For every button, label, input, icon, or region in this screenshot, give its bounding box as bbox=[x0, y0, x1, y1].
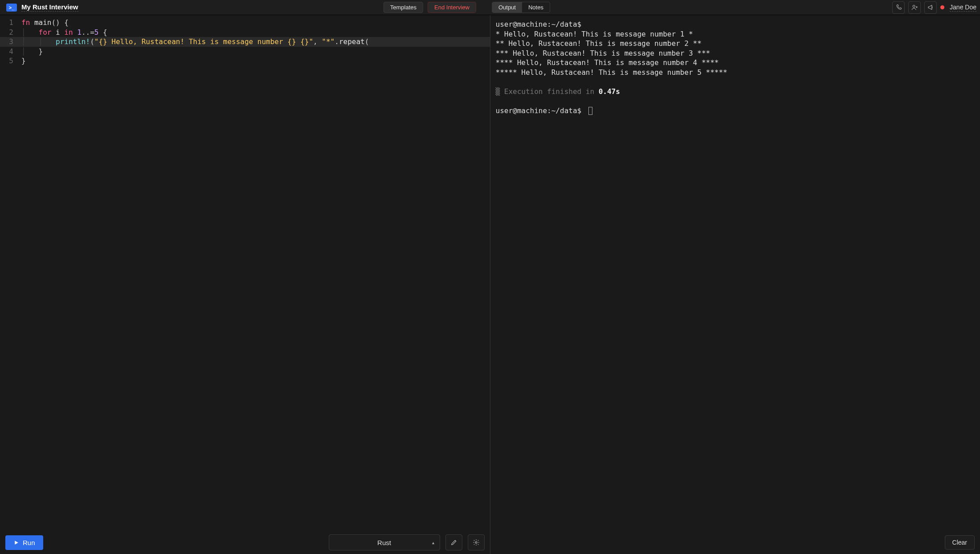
tab-output[interactable]: Output bbox=[492, 2, 522, 12]
terminal-cursor bbox=[588, 107, 592, 115]
editor-line[interactable]: 1fn main() { bbox=[0, 18, 490, 28]
settings-button[interactable] bbox=[468, 534, 485, 550]
editor-line[interactable]: 2│ for i in 1..=5 { bbox=[0, 28, 490, 37]
clear-button[interactable]: Clear bbox=[945, 535, 975, 550]
call-button[interactable] bbox=[892, 1, 905, 14]
recording-indicator-icon bbox=[940, 5, 944, 9]
run-button-label: Run bbox=[23, 539, 35, 546]
run-button[interactable]: Run bbox=[5, 535, 43, 550]
terminal-bottombar: Clear bbox=[490, 531, 980, 554]
editor-line[interactable]: 4│ } bbox=[0, 47, 490, 57]
line-number: 1 bbox=[0, 18, 18, 28]
code-content: } bbox=[18, 56, 26, 66]
gear-icon bbox=[473, 539, 480, 546]
line-number: 2 bbox=[0, 28, 18, 37]
code-content: │ } bbox=[18, 47, 43, 57]
end-interview-button[interactable]: End Interview bbox=[428, 2, 476, 13]
line-number: 3 bbox=[0, 37, 18, 47]
megaphone-icon bbox=[927, 4, 934, 11]
output-pane: user@machine:~/data$ * Hello, Rustacean!… bbox=[490, 15, 980, 531]
topbar: >_ My Rust Interview Templates End Inter… bbox=[0, 0, 980, 15]
code-content: │ │ println!("{} Hello, Rustacean! This … bbox=[18, 37, 369, 47]
interview-title[interactable]: My Rust Interview bbox=[21, 3, 78, 12]
topbar-right: Jane Doe bbox=[892, 1, 976, 14]
play-icon bbox=[13, 540, 19, 546]
main-split: 1fn main() {2│ for i in 1..=5 {3│ │ prin… bbox=[0, 15, 980, 531]
bottom-bars: Run Rust ▴ Clear bbox=[0, 531, 980, 554]
line-number: 4 bbox=[0, 47, 18, 57]
templates-button[interactable]: Templates bbox=[384, 2, 423, 13]
svg-point-0 bbox=[913, 5, 915, 8]
language-select-label: Rust bbox=[377, 539, 391, 546]
terminal-output[interactable]: user@machine:~/data$ * Hello, Rustacean!… bbox=[490, 15, 980, 531]
editor-pane: 1fn main() {2│ for i in 1..=5 {3│ │ prin… bbox=[0, 15, 490, 531]
editor-line[interactable]: 3│ │ println!("{} Hello, Rustacean! This… bbox=[0, 37, 490, 47]
language-select[interactable]: Rust ▴ bbox=[329, 534, 440, 550]
announce-button[interactable] bbox=[924, 1, 937, 14]
tab-notes[interactable]: Notes bbox=[522, 2, 550, 12]
svg-point-1 bbox=[475, 542, 477, 543]
app-logo[interactable]: >_ bbox=[6, 4, 17, 12]
editor-line[interactable]: 5} bbox=[0, 56, 490, 66]
phone-icon bbox=[895, 4, 902, 11]
user-plus-icon bbox=[911, 4, 918, 11]
code-content: │ for i in 1..=5 { bbox=[18, 28, 107, 37]
invite-button[interactable] bbox=[908, 1, 921, 14]
chevron-up-icon: ▴ bbox=[432, 540, 434, 545]
draw-button[interactable] bbox=[445, 534, 462, 550]
editor-bottombar: Run Rust ▴ bbox=[0, 531, 490, 554]
topbar-center-controls: Templates End Interview bbox=[384, 2, 476, 13]
pencil-icon bbox=[450, 539, 457, 546]
right-pane-tabs: Output Notes bbox=[492, 2, 550, 13]
line-number: 5 bbox=[0, 56, 18, 66]
code-content: fn main() { bbox=[18, 18, 69, 28]
code-editor[interactable]: 1fn main() {2│ for i in 1..=5 {3│ │ prin… bbox=[0, 15, 490, 531]
username-label[interactable]: Jane Doe bbox=[950, 4, 976, 12]
